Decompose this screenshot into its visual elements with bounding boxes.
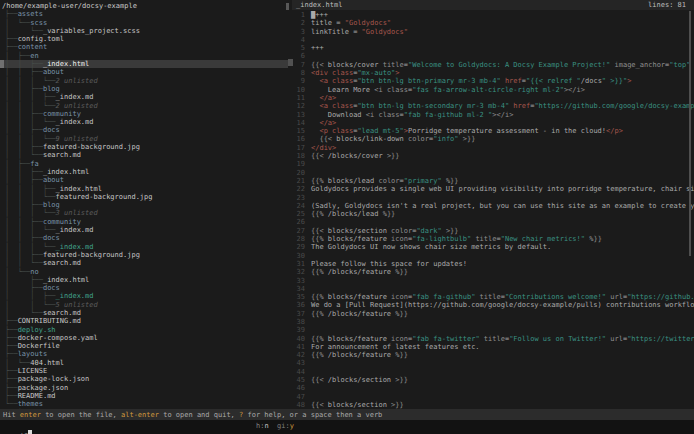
tree-row[interactable]: │ │ │ ├──_index.md (0, 93, 288, 101)
line-number: 34 (292, 285, 305, 293)
tree-row[interactable]: ├──README.md (0, 392, 288, 400)
line-number: 16 (292, 135, 305, 143)
tree-branch-lines: │ │ │ └── (5, 118, 56, 126)
line-number: 47 (292, 393, 305, 401)
tree-dir-name: layouts (18, 350, 48, 358)
tree-row[interactable]: │ │ │ └──2 unlisted (0, 102, 288, 110)
code-line: 15 <p class="lead mt-5">Porridge tempera… (292, 127, 694, 135)
line-number: 46 (292, 384, 305, 392)
tree-row[interactable]: │ └──_variables_project.scss (0, 27, 288, 35)
text-cursor (28, 430, 32, 434)
tree-dir-name: about (43, 68, 64, 76)
tree-file-name: _index.md (56, 292, 94, 300)
status-text: Hit (3, 411, 20, 419)
tree-dir-name: en (30, 52, 38, 60)
code-text: {{< blocks/cover title="Welcome to Goldy… (311, 61, 694, 69)
tree-file-name: _index.md (56, 118, 94, 126)
tree-row[interactable]: │ ├──en (0, 52, 288, 60)
tree-row[interactable]: │ │ │ └──9 unlisted (0, 135, 288, 143)
code-line: 23 (292, 194, 694, 202)
line-number: 22 (292, 185, 305, 193)
tree-row[interactable]: │ │ ├──about (0, 68, 288, 76)
tree-row[interactable]: ├──content (0, 43, 288, 51)
tree-row[interactable]: ├──CONTRIBUTING.md (0, 317, 288, 325)
code-line: 39 (292, 326, 694, 334)
tree-file-name: featured-background.jpg (56, 193, 153, 201)
tree-file-name: CONTRIBUTING.md (18, 317, 81, 325)
tree-row[interactable]: │ ├──_index.html (0, 276, 288, 284)
line-number: 6 (292, 52, 305, 60)
code-text: {{% blocks/feature icon="fab fa-github" … (311, 293, 694, 301)
line-number: 17 (292, 144, 305, 152)
line-number: 1 (292, 11, 305, 19)
code-line: 36We do a [Pull Request](https://github.… (292, 301, 694, 309)
tree-branch-lines: │ │ │ └── (5, 102, 56, 110)
preview-code: 1█+++2title = "Goldydocs"3linkTitle = "G… (292, 10, 694, 409)
tree-branch-lines: │ ├── (5, 52, 30, 60)
tree-branch-lines: │ │ │ └── (5, 77, 56, 85)
tree-row[interactable]: ├──docker-compose.yaml (0, 334, 288, 342)
tree-branch-lines: ├── (5, 392, 18, 400)
tree-row[interactable]: │ │ ├──_index.md (0, 292, 288, 300)
tree-row[interactable]: │ └──no (0, 268, 288, 276)
line-number: 12 (292, 102, 305, 110)
code-text: <a class="btn btn-lg btn-secondary mr-3 … (311, 102, 694, 110)
tree-branch-lines: ├── (5, 334, 18, 342)
tree-branch-lines: │ │ ├── (5, 60, 43, 68)
code-line: 12 <a class="btn btn-lg btn-secondary mr… (292, 102, 694, 110)
code-text: {{% blocks/lead color="primary" %}} (311, 177, 459, 185)
tree-dir-name: no (30, 268, 38, 276)
code-line: 4 (292, 36, 694, 44)
status-key-hint: enter (20, 411, 41, 419)
tree-row[interactable]: ├──assets (0, 10, 288, 18)
tree-row[interactable]: ├──package-lock.json (0, 375, 288, 383)
tree-file-name: _index.html (43, 276, 89, 284)
code-line: 44 (292, 368, 694, 376)
line-number: 18 (292, 152, 305, 160)
preview-scrollbar-thumb[interactable] (689, 11, 691, 256)
tree-row[interactable]: │ │ └──search.md (0, 151, 288, 159)
tree-row[interactable]: ├──layouts (0, 350, 288, 358)
tree-row[interactable]: ├──package.json (0, 384, 288, 392)
tree-branch-lines: │ │ ├── (5, 292, 56, 300)
tree-unlisted-note: 9 unlisted (56, 135, 98, 143)
tree-branch-lines: │ │ ├── (5, 251, 43, 259)
tree-row[interactable]: ├──deploy.sh (0, 326, 288, 334)
tree-unlisted-note: 2 unlisted (56, 102, 98, 110)
tree-scrollbar-thumb[interactable] (286, 3, 289, 10)
code-text: {{< blocks/section color="dark" >}} (311, 227, 459, 235)
tree-file-name: LICENSE (18, 367, 48, 375)
tree-row[interactable]: │ │ └──search.md (0, 259, 288, 267)
tree-row[interactable]: │ └──404.html (0, 359, 288, 367)
tree-row[interactable]: │ │ ├──featured-background.jpg (0, 251, 288, 259)
tree-row[interactable]: │ │ │ └──_index.md (0, 243, 288, 251)
tree-row[interactable]: │ │ ├──docs (0, 234, 288, 242)
tree-unlisted-note: 5 unlisted (56, 301, 98, 309)
tree-branch-lines: │ ├── (5, 160, 30, 168)
tree-row[interactable]: │ │ ├──about (0, 176, 288, 184)
tree-row[interactable]: │ │ │ └──2 unlisted (0, 77, 288, 85)
tree-row[interactable]: │ │ │ └──3 unlisted (0, 209, 288, 217)
code-text: For announcement of latest features etc. (311, 343, 480, 351)
tree-row[interactable]: │ │ │ ├──_index.html (0, 185, 288, 193)
line-number: 33 (292, 277, 305, 285)
tree-row[interactable]: │ │ ├──community (0, 218, 288, 226)
code-line: 5+++ (292, 44, 694, 52)
tree-row[interactable]: └──themes (0, 400, 288, 408)
tree-row[interactable]: │ ├──fa (0, 160, 288, 168)
line-number: 20 (292, 169, 305, 177)
code-line: 21{{% blocks/lead color="primary" %}} (292, 177, 694, 185)
tree-row[interactable]: │ │ ├──docs (0, 126, 288, 134)
tree-row[interactable]: │ │ │ └──featured-background.jpg (0, 193, 288, 201)
tree-root-path[interactable]: /home/example-user/docsy-example (0, 2, 288, 10)
tree-row[interactable]: │ │ ├──community (0, 110, 288, 118)
tree-row[interactable]: │ │ └──5 unlisted (0, 301, 288, 309)
tree-branch-lines: │ │ └── (5, 259, 43, 267)
tree-row[interactable]: │ └──scss (0, 19, 288, 27)
code-line: 25{{% /blocks/lead %}} (292, 210, 694, 218)
line-number: 25 (292, 210, 305, 218)
tree-row[interactable]: │ │ ├──_index.html (0, 168, 288, 176)
code-line: 11 </a> (292, 94, 694, 102)
tree-file-name: featured-background.jpg (43, 251, 140, 259)
code-line: 17</div> (292, 144, 694, 152)
